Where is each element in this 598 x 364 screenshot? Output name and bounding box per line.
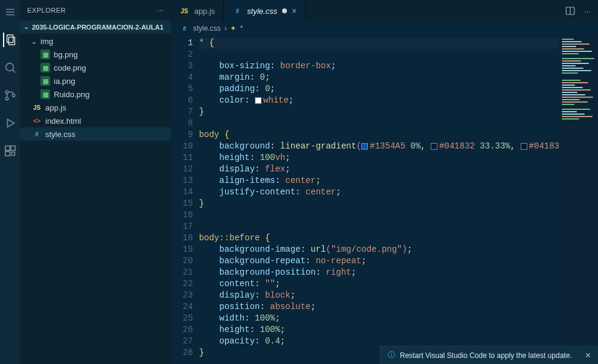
- activity-bar: [0, 0, 20, 364]
- tree-file[interactable]: ▦ code.png: [20, 61, 171, 74]
- svg-rect-3: [7, 35, 13, 43]
- html-file-icon: <>: [32, 116, 42, 126]
- css-file-icon: #: [32, 129, 42, 139]
- minimap[interactable]: [559, 35, 598, 364]
- file-label: app.js: [45, 103, 66, 112]
- svg-rect-14: [11, 152, 14, 156]
- breadcrumb-symbol: *: [240, 24, 243, 33]
- svg-line-6: [13, 70, 15, 72]
- breadcrumb-sep: ›: [224, 24, 227, 33]
- svg-point-7: [5, 91, 8, 94]
- project-root[interactable]: ⌄ 2035-LOGICA-PROGRAMACION-2-AULA1: [20, 21, 171, 33]
- tab-label: style.css: [247, 7, 277, 16]
- tree-folder-img[interactable]: ⌄ img: [20, 34, 171, 48]
- source-control-icon[interactable]: [3, 88, 18, 103]
- image-file-icon: ▦: [40, 49, 50, 59]
- code-editor[interactable]: * { box-sizing: border-box; margin: 0; p…: [199, 35, 559, 364]
- tree-file[interactable]: ▦ ia.png: [20, 74, 171, 88]
- run-debug-icon[interactable]: [3, 116, 18, 130]
- sidebar-header: EXPLORER ···: [20, 0, 171, 21]
- css-file-icon: #: [179, 24, 189, 33]
- tab-actions: ···: [558, 0, 598, 22]
- folder-label: img: [40, 37, 53, 46]
- chevron-down-icon: ⌄: [31, 37, 37, 46]
- explorer-icon[interactable]: [3, 33, 18, 47]
- tab-stylecss[interactable]: # style.css ×: [224, 0, 306, 22]
- sidebar-more-icon[interactable]: ···: [158, 7, 164, 14]
- modified-dot-icon: [282, 8, 287, 13]
- extensions-icon[interactable]: [3, 144, 18, 158]
- image-file-icon: ▦: [40, 63, 50, 72]
- file-tree: ⌄ img ▦ bg.png ▦ code.png ▦ ia.png ▦ Rui…: [20, 33, 171, 142]
- line-gutter: 1234567891011121314151617181920212223242…: [171, 35, 199, 364]
- breadcrumb[interactable]: # style.css › ✦ *: [171, 22, 598, 35]
- sidebar-title: EXPLORER: [27, 7, 66, 14]
- tree-file-stylecss[interactable]: # style.css: [20, 127, 171, 141]
- close-icon[interactable]: ×: [292, 6, 297, 16]
- js-file-icon: JS: [32, 103, 42, 112]
- js-file-icon: JS: [179, 6, 189, 16]
- breadcrumb-symbol-icon: ✦: [230, 24, 236, 33]
- svg-rect-12: [10, 146, 14, 150]
- sidebar: EXPLORER ··· ⌄ 2035-LOGICA-PROGRAMACION-…: [20, 0, 171, 364]
- css-file-icon: #: [233, 6, 242, 16]
- file-label: bg.png: [54, 50, 78, 59]
- tree-file[interactable]: ▦ Ruido.png: [20, 88, 171, 101]
- notification-toast: ⓘ Restart Visual Studio Code to apply th…: [380, 346, 598, 364]
- project-name: 2035-LOGICA-PROGRAMACION-2-AULA1: [32, 24, 164, 31]
- info-icon: ⓘ: [388, 350, 395, 360]
- tab-bar: JS app.js # style.css × ···: [171, 0, 598, 22]
- file-label: style.css: [45, 130, 76, 139]
- close-icon[interactable]: ×: [585, 350, 591, 361]
- image-file-icon: ▦: [40, 76, 50, 86]
- svg-point-8: [5, 97, 8, 100]
- tree-file-indexhtml[interactable]: <> index.html: [20, 114, 171, 127]
- notification-text: Restart Visual Studio Code to apply the …: [400, 351, 572, 360]
- tree-file-appjs[interactable]: JS app.js: [20, 101, 171, 114]
- file-label: ia.png: [54, 77, 75, 86]
- svg-rect-4: [8, 37, 14, 45]
- editor-area: JS app.js # style.css × ··· # style.css …: [171, 0, 598, 364]
- svg-marker-10: [7, 120, 14, 127]
- split-editor-icon[interactable]: [565, 5, 576, 16]
- file-label: Ruido.png: [54, 90, 89, 99]
- search-icon[interactable]: [3, 60, 18, 75]
- menu-icon[interactable]: [3, 5, 18, 19]
- editor-body: 1234567891011121314151617181920212223242…: [171, 35, 598, 364]
- breadcrumb-file: style.css: [193, 24, 220, 33]
- tab-appjs[interactable]: JS app.js: [171, 0, 224, 22]
- tree-file[interactable]: ▦ bg.png: [20, 48, 171, 61]
- svg-point-5: [5, 63, 13, 71]
- svg-point-9: [12, 94, 15, 97]
- chevron-down-icon: ⌄: [24, 23, 30, 31]
- file-label: index.html: [45, 117, 81, 126]
- image-file-icon: ▦: [40, 89, 50, 99]
- tab-label: app.js: [194, 7, 215, 16]
- more-actions-icon[interactable]: ···: [584, 7, 591, 16]
- svg-rect-13: [5, 152, 9, 156]
- file-label: code.png: [54, 63, 86, 72]
- svg-rect-11: [5, 146, 9, 150]
